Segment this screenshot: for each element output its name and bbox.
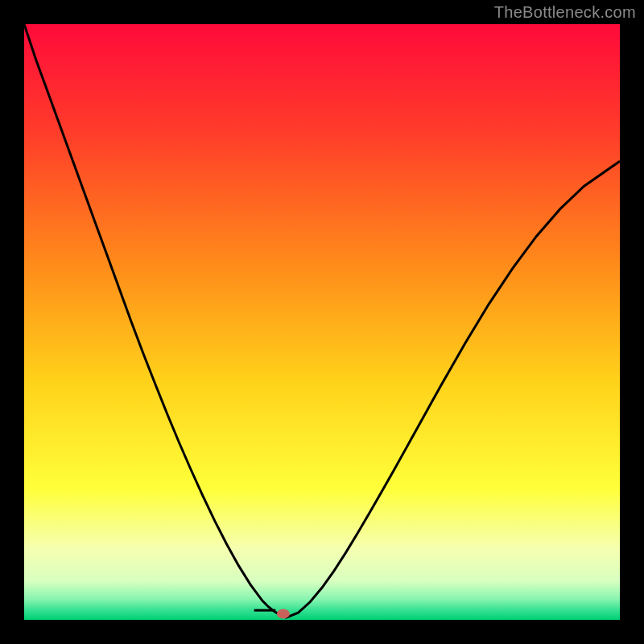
watermark-text: TheBottleneck.com bbox=[494, 3, 636, 22]
gradient-background bbox=[24, 24, 620, 620]
bottleneck-chart bbox=[24, 24, 620, 620]
optimum-marker bbox=[277, 609, 290, 619]
chart-frame: TheBottleneck.com bbox=[0, 0, 644, 644]
